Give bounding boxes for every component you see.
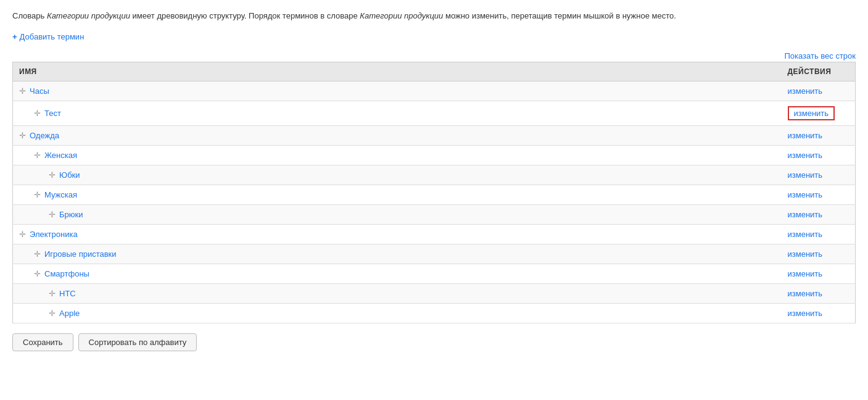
edit-link-тест[interactable]: изменить: [788, 106, 835, 120]
drag-handle-icon[interactable]: ✛: [49, 210, 56, 219]
table-row: ✛Одеждаизменить: [13, 125, 856, 145]
terms-table: ИМЯ ДЕЙСТВИЯ ✛Часыизменить✛Тестизменить✛…: [12, 62, 856, 323]
add-term-link[interactable]: +Добавить термин: [12, 32, 84, 41]
table-row: ✛Игровые приставкиизменить: [13, 244, 856, 264]
edit-link-часы[interactable]: изменить: [788, 86, 823, 96]
term-link-электроника[interactable]: Электроника: [30, 230, 78, 239]
table-row: ✛Appleизменить: [13, 303, 856, 323]
desc-italic2: Категории продукции: [360, 11, 443, 20]
term-link-apple[interactable]: Apple: [59, 309, 80, 318]
page-description: Словарь Категории продукции имеет древов…: [12, 10, 856, 22]
term-link-брюки[interactable]: Брюки: [59, 210, 83, 219]
edit-link-apple[interactable]: изменить: [788, 309, 823, 318]
drag-handle-icon[interactable]: ✛: [49, 309, 56, 318]
footer-buttons: Сохранить Сортировать по алфавиту: [12, 333, 856, 351]
desc-text-middle2: можно изменить, перетащив термин мышкой …: [443, 11, 676, 20]
show-all-link[interactable]: Показать вес строк: [784, 51, 856, 60]
term-link-юбки[interactable]: Юбки: [59, 170, 80, 180]
drag-handle-icon[interactable]: ✛: [49, 289, 56, 298]
table-row: ✛Электроникаизменить: [13, 224, 856, 244]
drag-handle-icon[interactable]: ✛: [19, 131, 26, 140]
edit-link-мужская[interactable]: изменить: [788, 190, 823, 199]
edit-link-игровые-приставки[interactable]: изменить: [788, 249, 823, 259]
desc-text-middle1: имеет древовидную структуру. Порядок тер…: [130, 11, 360, 20]
edit-link-смартфоны[interactable]: изменить: [788, 269, 823, 278]
save-button[interactable]: Сохранить: [12, 333, 73, 351]
table-row: ✛Смартфоныизменить: [13, 264, 856, 283]
edit-link-нтс[interactable]: изменить: [788, 289, 823, 298]
desc-italic1: Категории продукции: [47, 11, 130, 20]
term-link-одежда[interactable]: Одежда: [30, 131, 59, 140]
table-row: ✛Мужскаяизменить: [13, 185, 856, 204]
add-term-label: Добавить термин: [20, 32, 85, 41]
drag-handle-icon[interactable]: ✛: [34, 269, 41, 278]
name-column-header: ИМЯ: [13, 62, 782, 81]
edit-link-электроника[interactable]: изменить: [788, 230, 823, 239]
actions-column-header: ДЕЙСТВИЯ: [782, 62, 856, 81]
drag-handle-icon[interactable]: ✛: [34, 249, 41, 259]
table-row: ✛Тестизменить: [13, 101, 856, 125]
table-header-row: ИМЯ ДЕЙСТВИЯ: [13, 62, 856, 81]
sort-button[interactable]: Сортировать по алфавиту: [78, 333, 197, 351]
table-row: ✛Часыизменить: [13, 81, 856, 101]
term-link-женская[interactable]: Женская: [44, 151, 77, 160]
drag-handle-icon[interactable]: ✛: [34, 190, 41, 199]
show-all-row: Показать вес строк: [12, 51, 856, 60]
table-row: ✛НТСизменить: [13, 283, 856, 303]
table-row: ✛Женскаяизменить: [13, 145, 856, 165]
edit-link-женская[interactable]: изменить: [788, 151, 823, 160]
term-link-игровые-приставки[interactable]: Игровые приставки: [44, 249, 117, 259]
edit-link-одежда[interactable]: изменить: [788, 131, 823, 140]
term-link-смартфоны[interactable]: Смартфоны: [44, 269, 89, 278]
drag-handle-icon[interactable]: ✛: [19, 86, 26, 96]
desc-text-before: Словарь: [12, 11, 47, 20]
term-link-нтс[interactable]: НТС: [59, 289, 76, 298]
drag-handle-icon[interactable]: ✛: [34, 109, 41, 118]
drag-handle-icon[interactable]: ✛: [49, 170, 56, 180]
edit-link-юбки[interactable]: изменить: [788, 170, 823, 180]
drag-handle-icon[interactable]: ✛: [19, 230, 26, 239]
term-link-часы[interactable]: Часы: [30, 86, 49, 96]
edit-link-брюки[interactable]: изменить: [788, 210, 823, 219]
table-body: ✛Часыизменить✛Тестизменить✛Одеждаизменит…: [13, 81, 856, 323]
term-link-тест[interactable]: Тест: [44, 109, 61, 118]
drag-handle-icon[interactable]: ✛: [34, 151, 41, 160]
term-link-мужская[interactable]: Мужская: [44, 190, 77, 199]
table-row: ✛Юбкиизменить: [13, 165, 856, 185]
plus-icon: +: [12, 32, 17, 41]
table-row: ✛Брюкиизменить: [13, 204, 856, 224]
